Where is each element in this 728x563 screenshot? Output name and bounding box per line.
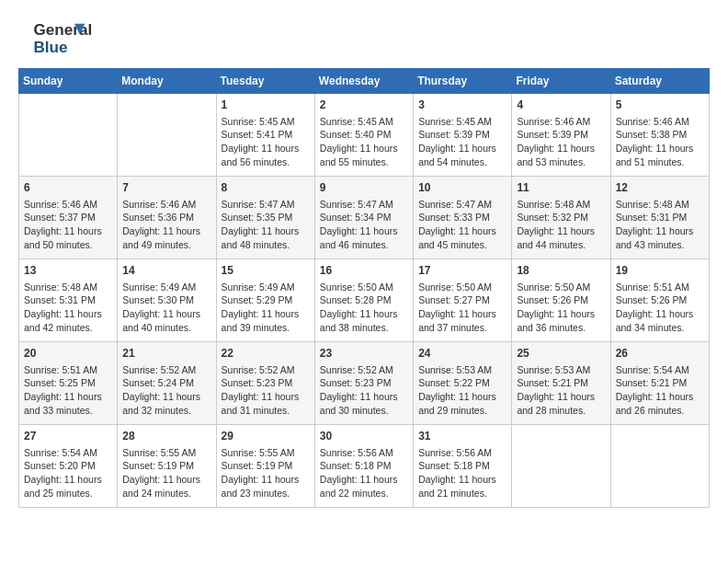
cell-content: Sunrise: 5:53 AM Sunset: 5:21 PM Dayligh…: [517, 363, 605, 418]
day-number: 7: [122, 180, 210, 196]
day-number: 23: [320, 346, 408, 362]
cell-content: Sunrise: 5:46 AM Sunset: 5:39 PM Dayligh…: [517, 115, 605, 169]
day-number: 27: [24, 429, 112, 444]
day-number: 1: [222, 98, 310, 113]
day-number: 15: [222, 263, 310, 279]
cell-content: Sunrise: 5:52 AM Sunset: 5:24 PM Dayligh…: [122, 363, 210, 418]
cell-content: Sunrise: 5:45 AM Sunset: 5:40 PM Dayligh…: [320, 115, 408, 169]
cell-content: Sunrise: 5:48 AM Sunset: 5:31 PM Dayligh…: [24, 281, 112, 335]
cell-content: Sunrise: 5:51 AM Sunset: 5:25 PM Dayligh…: [24, 363, 112, 418]
day-number: 20: [24, 346, 112, 362]
week-row-1: 1Sunrise: 5:45 AM Sunset: 5:41 PM Daylig…: [19, 94, 710, 177]
cell-content: Sunrise: 5:48 AM Sunset: 5:31 PM Dayligh…: [616, 198, 704, 252]
svg-text:Blue: Blue: [33, 38, 67, 55]
svg-text:General: General: [33, 20, 92, 39]
calendar-cell: [610, 425, 709, 508]
cell-content: Sunrise: 5:56 AM Sunset: 5:18 PM Dayligh…: [418, 446, 506, 500]
day-number: 8: [222, 180, 310, 196]
calendar-cell: 24Sunrise: 5:53 AM Sunset: 5:22 PM Dayli…: [414, 342, 512, 425]
day-number: 14: [122, 263, 210, 279]
cell-content: Sunrise: 5:55 AM Sunset: 5:19 PM Dayligh…: [222, 446, 310, 500]
cell-content: Sunrise: 5:47 AM Sunset: 5:34 PM Dayligh…: [320, 198, 408, 252]
cell-content: Sunrise: 5:50 AM Sunset: 5:28 PM Dayligh…: [320, 281, 408, 335]
calendar-cell: 12Sunrise: 5:48 AM Sunset: 5:31 PM Dayli…: [610, 177, 709, 259]
cell-content: Sunrise: 5:47 AM Sunset: 5:35 PM Dayligh…: [222, 198, 310, 252]
day-number: 5: [616, 98, 704, 113]
calendar-cell: 18Sunrise: 5:50 AM Sunset: 5:26 PM Dayli…: [512, 259, 610, 342]
day-number: 25: [517, 346, 605, 362]
cell-content: Sunrise: 5:46 AM Sunset: 5:37 PM Dayligh…: [24, 198, 112, 252]
day-number: 13: [24, 263, 112, 279]
week-row-3: 13Sunrise: 5:48 AM Sunset: 5:31 PM Dayli…: [19, 259, 710, 342]
day-header-saturday: Saturday: [610, 69, 709, 94]
cell-content: Sunrise: 5:49 AM Sunset: 5:29 PM Dayligh…: [222, 281, 310, 335]
calendar-cell: [19, 94, 118, 177]
day-number: 9: [320, 180, 408, 196]
cell-content: Sunrise: 5:46 AM Sunset: 5:38 PM Dayligh…: [616, 115, 704, 169]
cell-content: Sunrise: 5:47 AM Sunset: 5:33 PM Dayligh…: [418, 198, 506, 252]
cell-content: Sunrise: 5:46 AM Sunset: 5:36 PM Dayligh…: [122, 198, 210, 252]
calendar-cell: 19Sunrise: 5:51 AM Sunset: 5:26 PM Dayli…: [610, 259, 709, 342]
day-number: 2: [320, 98, 408, 113]
day-number: 12: [616, 180, 704, 196]
cell-content: Sunrise: 5:50 AM Sunset: 5:27 PM Dayligh…: [418, 281, 506, 335]
day-number: 26: [616, 346, 704, 362]
calendar-cell: 6Sunrise: 5:46 AM Sunset: 5:37 PM Daylig…: [19, 177, 118, 259]
week-row-2: 6Sunrise: 5:46 AM Sunset: 5:37 PM Daylig…: [19, 177, 710, 259]
cell-content: Sunrise: 5:53 AM Sunset: 5:22 PM Dayligh…: [418, 363, 506, 418]
cell-content: Sunrise: 5:45 AM Sunset: 5:39 PM Dayligh…: [418, 115, 506, 169]
cell-content: Sunrise: 5:50 AM Sunset: 5:26 PM Dayligh…: [517, 281, 605, 335]
calendar-cell: 28Sunrise: 5:55 AM Sunset: 5:19 PM Dayli…: [118, 425, 216, 508]
day-number: 24: [418, 346, 506, 362]
cell-content: Sunrise: 5:48 AM Sunset: 5:32 PM Dayligh…: [517, 198, 605, 252]
calendar-cell: 5Sunrise: 5:46 AM Sunset: 5:38 PM Daylig…: [610, 94, 709, 177]
cell-content: Sunrise: 5:54 AM Sunset: 5:21 PM Dayligh…: [616, 363, 704, 418]
day-number: 17: [418, 263, 506, 279]
day-header-sunday: Sunday: [19, 69, 118, 94]
calendar-cell: 30Sunrise: 5:56 AM Sunset: 5:18 PM Dayli…: [314, 425, 413, 508]
day-number: 4: [517, 98, 605, 113]
calendar-cell: 16Sunrise: 5:50 AM Sunset: 5:28 PM Dayli…: [314, 259, 413, 342]
cell-content: Sunrise: 5:55 AM Sunset: 5:19 PM Dayligh…: [122, 446, 210, 500]
calendar-cell: 22Sunrise: 5:52 AM Sunset: 5:23 PM Dayli…: [216, 342, 314, 425]
calendar-table: SundayMondayTuesdayWednesdayThursdayFrid…: [18, 68, 710, 508]
calendar-cell: 11Sunrise: 5:48 AM Sunset: 5:32 PM Dayli…: [512, 177, 610, 259]
calendar-cell: 29Sunrise: 5:55 AM Sunset: 5:19 PM Dayli…: [216, 425, 314, 508]
day-number: 10: [418, 180, 506, 196]
day-header-friday: Friday: [512, 69, 610, 94]
header-row: SundayMondayTuesdayWednesdayThursdayFrid…: [19, 69, 710, 94]
day-number: 30: [320, 429, 408, 444]
day-number: 28: [122, 429, 210, 444]
day-header-wednesday: Wednesday: [314, 69, 413, 94]
day-number: 31: [418, 429, 506, 444]
calendar-cell: 13Sunrise: 5:48 AM Sunset: 5:31 PM Dayli…: [19, 259, 118, 342]
header: General Blue: [18, 18, 710, 55]
cell-content: Sunrise: 5:52 AM Sunset: 5:23 PM Dayligh…: [222, 363, 310, 418]
calendar-cell: 1Sunrise: 5:45 AM Sunset: 5:41 PM Daylig…: [216, 94, 314, 177]
calendar-cell: 7Sunrise: 5:46 AM Sunset: 5:36 PM Daylig…: [118, 177, 216, 259]
calendar-cell: 4Sunrise: 5:46 AM Sunset: 5:39 PM Daylig…: [512, 94, 610, 177]
cell-content: Sunrise: 5:51 AM Sunset: 5:26 PM Dayligh…: [616, 281, 704, 335]
day-number: 6: [24, 180, 112, 196]
day-header-tuesday: Tuesday: [216, 69, 314, 94]
day-number: 29: [222, 429, 310, 444]
calendar-cell: 14Sunrise: 5:49 AM Sunset: 5:30 PM Dayli…: [118, 259, 216, 342]
calendar-cell: 21Sunrise: 5:52 AM Sunset: 5:24 PM Dayli…: [118, 342, 216, 425]
cell-content: Sunrise: 5:54 AM Sunset: 5:20 PM Dayligh…: [24, 446, 112, 500]
calendar-cell: 17Sunrise: 5:50 AM Sunset: 5:27 PM Dayli…: [414, 259, 512, 342]
day-number: 22: [222, 346, 310, 362]
week-row-4: 20Sunrise: 5:51 AM Sunset: 5:25 PM Dayli…: [19, 342, 710, 425]
day-number: 3: [418, 98, 506, 113]
calendar-cell: 27Sunrise: 5:54 AM Sunset: 5:20 PM Dayli…: [19, 425, 118, 508]
calendar-cell: 20Sunrise: 5:51 AM Sunset: 5:25 PM Dayli…: [19, 342, 118, 425]
day-number: 16: [320, 263, 408, 279]
calendar-cell: 31Sunrise: 5:56 AM Sunset: 5:18 PM Dayli…: [414, 425, 512, 508]
day-number: 21: [122, 346, 210, 362]
day-number: 19: [616, 263, 704, 279]
cell-content: Sunrise: 5:52 AM Sunset: 5:23 PM Dayligh…: [320, 363, 408, 418]
logo: General Blue: [18, 18, 101, 55]
calendar-cell: 3Sunrise: 5:45 AM Sunset: 5:39 PM Daylig…: [414, 94, 512, 177]
calendar-cell: 2Sunrise: 5:45 AM Sunset: 5:40 PM Daylig…: [314, 94, 413, 177]
week-row-5: 27Sunrise: 5:54 AM Sunset: 5:20 PM Dayli…: [19, 425, 710, 508]
day-number: 18: [517, 263, 605, 279]
